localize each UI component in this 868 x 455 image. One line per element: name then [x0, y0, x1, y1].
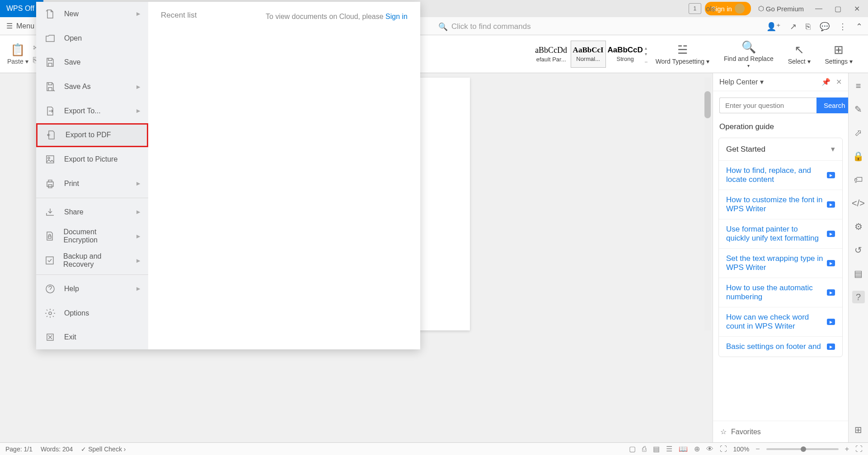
file-menu-export-to-pdf[interactable]: Export to PDF	[36, 123, 148, 148]
find-replace-button[interactable]: 🔍 Find and Replace ▾	[718, 40, 780, 68]
cloud-signin-link[interactable]: Sign in	[385, 13, 408, 20]
menu-item-label: Open	[64, 34, 82, 42]
style-preview: aBbCcDd	[535, 46, 567, 55]
svg-point-8	[49, 312, 52, 315]
help-link[interactable]: Basic settings on footer and▶	[719, 336, 842, 357]
menu-item-icon	[44, 56, 56, 68]
paste-label: Paste ▾	[7, 58, 28, 65]
select-button[interactable]: ↖ Select ▾	[782, 43, 817, 65]
chevron-right-icon: ▶	[136, 108, 140, 114]
tools-tab[interactable]: ols	[706, 0, 715, 18]
style-default-paragraph[interactable]: aBbCcDd efault Par...	[534, 41, 569, 68]
file-menu-new[interactable]: New▶	[36, 2, 148, 26]
help-link[interactable]: How to customize the font in WPS Writer▶	[719, 190, 842, 219]
vertical-scrollbar[interactable]	[704, 78, 711, 330]
collapse-ribbon-icon[interactable]: ⌃	[856, 22, 863, 32]
minimize-button[interactable]: —	[811, 2, 826, 15]
help-link[interactable]: Use format painter to quickly unify text…	[719, 219, 842, 248]
file-menu-document-encryption[interactable]: Document Encryption▶	[36, 224, 148, 249]
file-menu-help[interactable]: Help▶	[36, 277, 148, 301]
file-menu-save[interactable]: Save	[36, 50, 148, 74]
file-menu-save-as[interactable]: Save As▶	[36, 74, 148, 99]
help-link[interactable]: How can we check word count in WPS Write…	[719, 307, 842, 336]
sb-icon-2[interactable]: ⎙	[642, 445, 647, 453]
favorites-row[interactable]: ☆ Favorites	[713, 421, 848, 442]
zoom-page-icon[interactable]: ⛶	[720, 445, 727, 453]
settings-button[interactable]: ⊞ Settings ▾	[819, 43, 859, 65]
chevron-right-icon: ▶	[136, 181, 140, 186]
scrollbar-thumb[interactable]	[704, 91, 711, 118]
help-search-button[interactable]: Search	[816, 98, 853, 113]
code-icon[interactable]: </>	[852, 197, 865, 209]
file-menu-list: New▶OpenSaveSave As▶Export To...▶Export …	[36, 2, 148, 349]
menu-item-icon	[44, 206, 56, 218]
history-icon[interactable]: ↺	[852, 244, 865, 256]
file-menu-share[interactable]: Share▶	[36, 200, 148, 224]
tab-count-box[interactable]: 1	[689, 3, 701, 14]
grid-icon[interactable]: ⊞	[852, 423, 865, 436]
hamburger-icon[interactable]: ≡	[852, 79, 865, 92]
chat-icon[interactable]: 💬	[820, 22, 830, 32]
styles-more[interactable]: ▴▾⎯	[645, 46, 647, 62]
help-link[interactable]: How to find, replace, and locate content…	[719, 160, 842, 190]
zoom-level[interactable]: 100%	[733, 446, 750, 453]
file-menu-export-to-picture[interactable]: Export to Picture	[36, 147, 148, 172]
zoom-out-button[interactable]: −	[755, 445, 760, 453]
command-search[interactable]: 🔍 Click to find commands	[438, 18, 531, 35]
pin-icon[interactable]: 📌	[821, 78, 830, 86]
page-indicator[interactable]: Page: 1/1	[5, 446, 33, 453]
play-icon: ▶	[827, 260, 835, 266]
edit-icon[interactable]: ✎	[852, 103, 865, 116]
spell-check[interactable]: ✓ Spell Check ›	[81, 446, 126, 453]
file-menu-exit[interactable]: Exit	[36, 325, 148, 349]
help-link[interactable]: Set the text wrapping type in WPS Writer…	[719, 248, 842, 278]
zoom-in-button[interactable]: +	[845, 445, 849, 453]
svg-rect-0	[47, 156, 54, 163]
menu-button[interactable]: ☰ Menu	[6, 22, 34, 30]
view-page-icon[interactable]: ▤	[653, 445, 660, 453]
style-strong[interactable]: AaBbCcD Strong	[608, 41, 643, 68]
find-arrow: ▾	[747, 63, 750, 68]
go-premium-button[interactable]: ⬡ Go Premium	[755, 5, 807, 13]
file-menu-options[interactable]: Options	[36, 301, 148, 325]
tag-icon[interactable]: 🏷	[852, 173, 865, 186]
menu-item-icon	[46, 129, 57, 141]
file-menu-backup-and-recovery[interactable]: Backup and Recovery▶	[36, 248, 148, 273]
zoom-thumb[interactable]	[801, 446, 806, 452]
view-eye-icon[interactable]: 👁	[706, 445, 713, 453]
help-link-text: Use format painter to quickly unify text…	[726, 225, 823, 243]
save-icon[interactable]: ⎘	[806, 22, 811, 32]
close-panel-icon[interactable]: ✕	[836, 78, 842, 86]
cursor-icon[interactable]: ⬀	[852, 126, 865, 139]
share-icon[interactable]: ↗	[790, 22, 797, 32]
file-menu-print[interactable]: Print▶	[36, 172, 148, 196]
file-menu-open[interactable]: Open	[36, 26, 148, 51]
lock-icon[interactable]: 🔒	[852, 150, 865, 162]
zoom-slider[interactable]	[766, 448, 839, 450]
help-link-text: How to customize the font in WPS Writer	[726, 195, 823, 214]
file-menu-export-to-[interactable]: Export To...▶	[36, 99, 148, 123]
help-link[interactable]: How to use the automatic numbering▶	[719, 278, 842, 307]
get-started-label: Get Started	[726, 145, 765, 154]
style-normal[interactable]: AaBbCcI Normal...	[571, 41, 606, 68]
paste-button[interactable]: 📋 Paste ▾	[7, 43, 28, 65]
more-icon[interactable]: ⋮	[839, 22, 847, 32]
maximize-button[interactable]: ▢	[830, 2, 845, 15]
help-icon[interactable]: ?	[852, 291, 865, 303]
help-center-title: Help Center ▾	[719, 78, 764, 86]
svg-rect-3	[48, 180, 52, 182]
help-search-input[interactable]	[719, 98, 816, 113]
close-button[interactable]: ✕	[849, 2, 864, 15]
get-started-card: Get Started ▾ How to find, replace, and …	[718, 138, 843, 357]
word-typesetting-button[interactable]: ☱ Word Typesetting ▾	[649, 43, 716, 65]
fullscreen-button[interactable]: ⛶	[855, 445, 863, 453]
add-user-icon[interactable]: 👤⁺	[766, 22, 781, 32]
get-started-header[interactable]: Get Started ▾	[719, 138, 842, 160]
view-outline-icon[interactable]: ☰	[666, 445, 672, 453]
view-read-icon[interactable]: 📖	[679, 445, 688, 453]
view-web-icon[interactable]: ⊕	[694, 445, 700, 453]
sb-icon-1[interactable]: ▢	[629, 445, 636, 453]
slider-icon[interactable]: ⚙	[852, 220, 865, 233]
layout-icon[interactable]: ▤	[852, 267, 865, 280]
word-count[interactable]: Words: 204	[41, 446, 73, 453]
